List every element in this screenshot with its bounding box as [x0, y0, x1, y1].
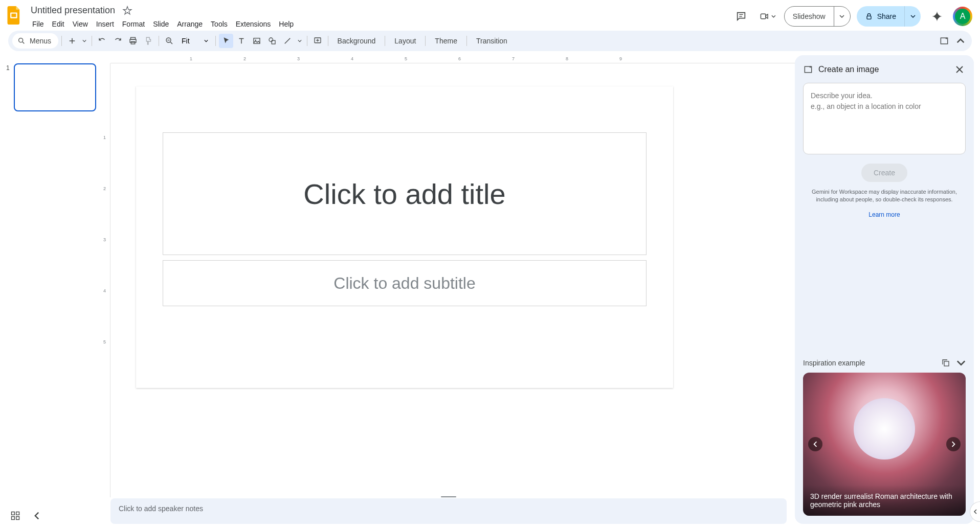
close-icon[interactable]	[953, 63, 966, 76]
share-dropdown[interactable]	[904, 6, 921, 27]
main-area: 1 123456789 12345 Click to add title Cli…	[0, 55, 980, 528]
comments-icon[interactable]	[731, 6, 751, 27]
separator	[385, 36, 385, 46]
menu-view[interactable]: View	[69, 18, 92, 30]
app-header: Untitled presentation File Edit View Ins…	[0, 0, 980, 31]
separator	[425, 36, 426, 46]
meet-icon[interactable]	[758, 6, 778, 27]
filmstrip: 1	[0, 55, 102, 528]
subtitle-placeholder-box[interactable]: Click to add subtitle	[163, 260, 647, 306]
prompt-textarea[interactable]	[803, 83, 966, 154]
comment-tool[interactable]	[310, 34, 325, 48]
slideshow-button: Slideshow	[784, 6, 851, 27]
share-button: Share	[857, 6, 921, 27]
menu-tools[interactable]: Tools	[207, 18, 231, 30]
zoom-out-button[interactable]	[162, 34, 176, 48]
svg-rect-34	[16, 517, 19, 520]
zoom-select[interactable]: Fit	[177, 37, 212, 45]
undo-button[interactable]	[95, 34, 109, 48]
menus-search[interactable]: Menus	[12, 33, 58, 49]
shape-tool[interactable]	[265, 34, 279, 48]
new-slide-button[interactable]	[65, 34, 79, 48]
svg-rect-1	[11, 14, 16, 17]
separator	[159, 36, 159, 46]
layout-button[interactable]: Layout	[388, 34, 422, 48]
inspiration-next[interactable]	[946, 437, 961, 451]
gemini-icon[interactable]	[927, 6, 947, 27]
speaker-notes[interactable]: Click to add speaker notes	[110, 498, 787, 524]
separator	[466, 36, 467, 46]
separator	[92, 36, 92, 46]
inspiration-prev[interactable]	[808, 437, 822, 451]
zoom-value: Fit	[182, 37, 190, 45]
menu-insert[interactable]: Insert	[93, 18, 118, 30]
title-placeholder-box[interactable]: Click to add title	[163, 132, 647, 255]
create-image-panel: Create an image Create Gemini for Worksp…	[795, 55, 974, 524]
select-tool[interactable]	[219, 34, 233, 48]
svg-rect-30	[944, 361, 949, 366]
menu-arrange[interactable]: Arrange	[173, 18, 206, 30]
new-slide-dropdown[interactable]	[80, 34, 88, 48]
slideshow-dropdown[interactable]	[834, 7, 850, 26]
background-button[interactable]: Background	[331, 34, 382, 48]
collapse-toolbar[interactable]	[953, 34, 968, 48]
image-tool[interactable]	[250, 34, 264, 48]
text-box-tool[interactable]	[234, 34, 249, 48]
bottom-left-controls	[10, 511, 41, 521]
title-placeholder-text: Click to add title	[303, 177, 505, 211]
theme-button[interactable]: Theme	[429, 34, 463, 48]
panel-title: Create an image	[818, 65, 948, 74]
slide-thumbnail[interactable]	[14, 63, 96, 111]
transition-button[interactable]: Transition	[470, 34, 514, 48]
share-main[interactable]: Share	[857, 12, 904, 20]
copy-icon[interactable]	[941, 358, 950, 368]
expand-icon[interactable]	[956, 358, 966, 368]
print-button[interactable]	[126, 34, 140, 48]
canvas-scroll[interactable]: Click to add title Click to add subtitle	[110, 63, 795, 495]
svg-point-20	[269, 38, 273, 42]
menu-format[interactable]: Format	[119, 18, 148, 30]
star-icon[interactable]	[122, 6, 132, 16]
menu-file[interactable]: File	[29, 18, 48, 30]
paint-format-button[interactable]	[141, 34, 155, 48]
create-image-icon	[803, 64, 813, 75]
search-icon	[17, 37, 26, 45]
create-button[interactable]: Create	[861, 164, 907, 182]
menus-label: Menus	[30, 37, 51, 45]
menu-help[interactable]: Help	[275, 18, 297, 30]
grid-view-icon[interactable]	[10, 511, 20, 521]
lock-icon	[865, 12, 873, 20]
chevron-left-icon[interactable]	[33, 512, 41, 520]
slide-number: 1	[6, 63, 10, 111]
inspiration-image[interactable]: 3D render surrealist Roman architecture …	[803, 373, 966, 516]
redo-button[interactable]	[110, 34, 125, 48]
menubar: File Edit View Insert Format Slide Arran…	[29, 18, 297, 30]
ai-image-tool[interactable]	[937, 34, 951, 48]
slides-logo[interactable]	[4, 5, 25, 26]
separator	[328, 36, 328, 46]
svg-line-22	[284, 38, 290, 44]
svg-point-6	[19, 38, 23, 42]
chevron-down-icon	[204, 39, 208, 43]
line-dropdown[interactable]	[296, 34, 304, 48]
svg-line-14	[170, 42, 172, 44]
svg-rect-12	[131, 42, 135, 44]
line-tool[interactable]	[280, 34, 295, 48]
slide-canvas[interactable]: Click to add title Click to add subtitle	[136, 86, 673, 388]
canvas-area: 123456789 12345 Click to add title Click…	[102, 55, 795, 528]
document-title[interactable]: Untitled presentation	[29, 4, 117, 17]
inspiration-caption: 3D render surrealist Roman architecture …	[803, 485, 966, 516]
slideshow-main[interactable]: Slideshow	[785, 7, 834, 26]
header-right: Slideshow Share A	[731, 4, 972, 27]
toolbar: Menus Fit	[8, 31, 972, 51]
menu-edit[interactable]: Edit	[49, 18, 68, 30]
account-avatar[interactable]: A	[953, 7, 972, 26]
svg-rect-4	[761, 14, 766, 19]
menu-slide[interactable]: Slide	[149, 18, 172, 30]
learn-more-link[interactable]: Learn more	[803, 211, 966, 218]
ruler-horizontal: 123456789	[110, 55, 795, 63]
title-area: Untitled presentation File Edit View Ins…	[29, 4, 297, 30]
menu-extensions[interactable]: Extensions	[232, 18, 274, 30]
separator	[215, 36, 216, 46]
share-label: Share	[877, 12, 896, 20]
